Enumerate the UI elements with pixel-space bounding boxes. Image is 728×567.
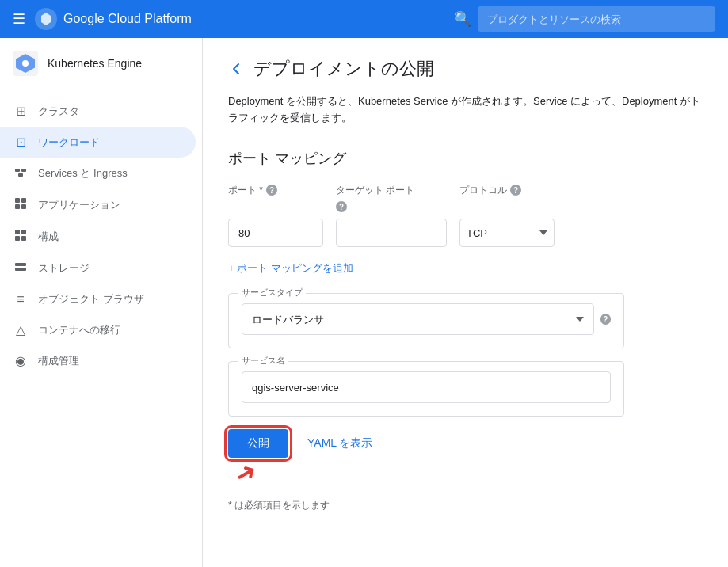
svg-rect-3 xyxy=(15,169,20,172)
sidebar-item-storage[interactable]: ストレージ xyxy=(0,253,196,284)
object-browser-icon: ≡ xyxy=(13,292,29,306)
service-name-fieldset: サービス名 xyxy=(228,361,624,417)
svg-rect-4 xyxy=(21,169,26,172)
sidebar-item-services[interactable]: Services と Ingress xyxy=(0,158,196,189)
sidebar-nav: ⊞ クラスタ ⊡ ワークロード Services と Ingress アプリケー… xyxy=(0,89,202,382)
target-port-input[interactable] xyxy=(336,219,447,247)
back-button[interactable] xyxy=(228,61,244,77)
sidebar-product-header: Kubernetes Engine xyxy=(0,38,202,89)
main-content: デプロイメントの公開 Deployment を公開すると、Kubernetes … xyxy=(203,38,728,567)
storage-icon xyxy=(13,261,29,276)
target-port-help-icon[interactable]: ? xyxy=(336,201,347,212)
config-icon xyxy=(13,229,29,245)
cluster-icon: ⊞ xyxy=(13,104,29,119)
red-arrow-annotation: ➜ xyxy=(230,456,263,493)
svg-rect-13 xyxy=(21,236,26,241)
port-input[interactable] xyxy=(228,219,323,247)
gcp-logo-icon xyxy=(35,8,57,30)
svg-rect-8 xyxy=(15,204,20,209)
top-header: ☰ Google Cloud Platform 🔍 xyxy=(0,0,728,38)
port-row: TCP UDP xyxy=(228,219,703,247)
service-type-select[interactable]: ロードバランサ ClusterIP NodePort xyxy=(242,303,594,335)
sidebar-item-config-mgmt[interactable]: ◉ 構成管理 xyxy=(0,345,196,376)
migrate-icon: △ xyxy=(13,322,29,337)
header-logo: Google Cloud Platform xyxy=(35,8,192,30)
port-field-label: ポート * ? xyxy=(228,184,323,197)
port-help-icon[interactable]: ? xyxy=(266,185,277,196)
config-mgmt-icon: ◉ xyxy=(13,353,29,368)
service-name-input[interactable] xyxy=(242,371,611,403)
sidebar-item-cluster[interactable]: ⊞ クラスタ xyxy=(0,96,196,127)
sidebar-item-migrate[interactable]: △ コンテナへの移行 xyxy=(0,314,196,345)
workload-icon: ⊡ xyxy=(13,135,29,150)
svg-rect-12 xyxy=(15,236,20,241)
sidebar-item-label: 構成管理 xyxy=(38,354,79,368)
svg-rect-9 xyxy=(21,204,26,209)
svg-rect-14 xyxy=(15,263,26,266)
sidebar: Kubernetes Engine ⊞ クラスタ ⊡ ワークロード Servic… xyxy=(0,38,203,567)
page-description: Deployment を公開すると、Kubernetes Service が作成… xyxy=(228,93,703,127)
service-type-legend: サービスタイプ xyxy=(238,287,306,299)
protocol-help-icon[interactable]: ? xyxy=(510,185,521,196)
sidebar-item-object-browser[interactable]: ≡ オブジェクト ブラウザ xyxy=(0,284,196,314)
sidebar-item-label: アプリケーション xyxy=(38,198,120,212)
service-type-select-wrapper: ロードバランサ ClusterIP NodePort ? xyxy=(242,303,611,335)
yaml-button[interactable]: YAML を表示 xyxy=(301,429,379,458)
sidebar-item-label: ワークロード xyxy=(38,135,100,150)
required-note: * は必須項目を示します xyxy=(228,499,703,512)
page-header: デプロイメントの公開 xyxy=(228,57,703,81)
page-title: デプロイメントの公開 xyxy=(253,57,434,81)
sidebar-item-applications[interactable]: アプリケーション xyxy=(0,189,196,221)
service-type-fieldset: サービスタイプ ロードバランサ ClusterIP NodePort ? xyxy=(228,293,624,348)
protocol-select[interactable]: TCP UDP xyxy=(459,219,555,247)
svg-rect-10 xyxy=(15,230,20,234)
service-name-legend: サービス名 xyxy=(238,355,288,367)
svg-rect-7 xyxy=(21,198,26,203)
target-port-field-label: ターゲット ポート xyxy=(336,184,447,197)
publish-button-wrapper: 公開 ➜ xyxy=(228,429,288,458)
sidebar-product-name: Kubernetes Engine xyxy=(48,57,142,70)
sidebar-item-label: Services と Ingress xyxy=(38,166,128,181)
header-search-area: 🔍 xyxy=(201,6,715,32)
publish-button[interactable]: 公開 xyxy=(228,429,288,458)
menu-icon[interactable]: ☰ xyxy=(13,12,25,26)
svg-rect-5 xyxy=(18,173,23,177)
applications-icon xyxy=(13,197,29,213)
svg-rect-15 xyxy=(15,268,26,271)
search-icon[interactable]: 🔍 xyxy=(454,10,471,28)
add-port-mapping-button[interactable]: + ポート マッピングを追加 xyxy=(228,257,353,280)
sidebar-item-label: 構成 xyxy=(38,230,59,244)
port-mapping-header: ポート * ? ターゲット ポート ? プロトコル ? xyxy=(228,184,703,213)
svg-point-2 xyxy=(22,60,29,67)
services-icon xyxy=(13,166,29,181)
sidebar-item-config[interactable]: 構成 xyxy=(0,221,196,253)
sidebar-item-label: コンテナへの移行 xyxy=(38,323,120,337)
search-input[interactable] xyxy=(478,6,715,32)
sidebar-item-workload[interactable]: ⊡ ワークロード xyxy=(0,127,196,158)
kubernetes-engine-logo xyxy=(13,51,38,76)
protocol-field-label: プロトコル ? xyxy=(459,184,555,197)
main-layout: Kubernetes Engine ⊞ クラスタ ⊡ ワークロード Servic… xyxy=(0,38,728,567)
service-type-help-icon[interactable]: ? xyxy=(600,314,611,325)
svg-rect-6 xyxy=(15,198,20,203)
sidebar-item-label: ストレージ xyxy=(38,261,90,276)
sidebar-item-label: クラスタ xyxy=(38,105,79,119)
app-title: Google Cloud Platform xyxy=(63,12,192,26)
svg-rect-11 xyxy=(21,230,26,234)
action-buttons: 公開 ➜ YAML を表示 xyxy=(228,429,703,458)
sidebar-item-label: オブジェクト ブラウザ xyxy=(38,292,144,306)
section-title: ポート マッピング xyxy=(228,149,703,168)
